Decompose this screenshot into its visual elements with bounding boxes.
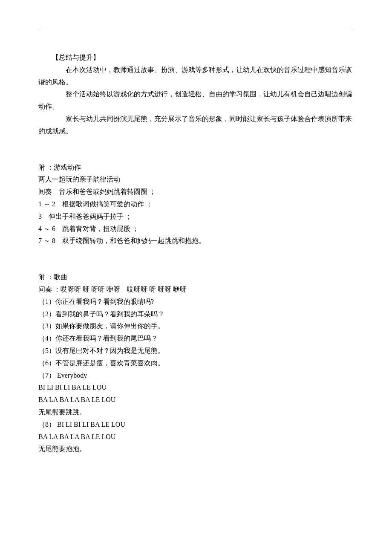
song-line: （4）你还在看我吗？看到我的尾巴吗？	[38, 332, 354, 345]
actions-line: 7 ～ 8 双手绕圈转动，和爸爸和妈妈一起跳跳和抱抱。	[38, 235, 354, 247]
actions-subtitle: 两人一起玩的亲子韵律活动	[38, 173, 354, 186]
song-line: 无尾熊要抱抱。	[38, 443, 354, 455]
song-line: （5）没有尾巴对不对？因为我是无尾熊。	[38, 345, 354, 357]
song-line: （2）看到我的鼻子吗？看到我的耳朵吗？	[38, 308, 354, 321]
actions-line: 间奏 音乐和爸爸或妈妈跳着转圆圈 ；	[38, 186, 354, 198]
song-line: BI LI BI LI BA LE LOU	[38, 382, 354, 394]
summary-para-1-first: 在本次活动中，教师通过故事、扮演、游戏等多种形式，让幼儿在欢快的音乐过程中感知音…	[38, 64, 354, 89]
actions-line: 4 ～ 6 跳着背对背，扭动屁股 ；	[38, 223, 354, 235]
song-title: 附 ：歌曲	[38, 271, 354, 283]
song-line: BA LA BA LA BA LE LOU	[38, 431, 354, 443]
song-line: 间奏 ：哎呀呀 呀 呀呀 咿呀 哎呀呀 呀 呀呀 咿呀	[38, 283, 354, 296]
summary-heading: 【总结与提升】	[38, 52, 354, 64]
page-top-divider	[38, 30, 354, 30]
song-line: 无尾熊要跳跳。	[38, 406, 354, 419]
song-line: （6）不管是胖还是瘦，喜欢青菜喜欢肉。	[38, 357, 354, 370]
summary-para-2: 整个活动始终以游戏化的方式进行，创造轻松、自由的学习氛围，让幼儿有机会自己边唱边…	[38, 88, 354, 113]
spacer	[38, 150, 354, 162]
actions-line: 3 伸出手和爸爸妈妈手拉手 ；	[38, 211, 354, 223]
song-line: （1）你正在看我吗？看到我的眼睛吗?	[38, 296, 354, 308]
spacer	[38, 247, 354, 259]
song-line: （8） BI LI BI LI BA LE LOU	[38, 419, 354, 431]
document-body: 【总结与提升】 在本次活动中，教师通过故事、扮演、游戏等多种形式，让幼儿在欢快的…	[38, 52, 354, 455]
spacer	[38, 259, 354, 271]
song-line: （3）如果你要做朋友，请你伸出你的手。	[38, 320, 354, 332]
song-line: BA LA BA LA BA LE LOU	[38, 394, 354, 406]
summary-para-3: 家长与幼儿共同扮演无尾熊，充分展示了音乐的形象，同时能让家长与孩子体验合作表演所…	[38, 113, 354, 138]
song-line: （7） Everybody	[38, 370, 354, 382]
actions-title: 附 ：游戏动作	[38, 162, 354, 174]
actions-line: 1 ～ 2 根据歌词做搞笑可爱的动作 ；	[38, 198, 354, 211]
spacer	[38, 138, 354, 150]
